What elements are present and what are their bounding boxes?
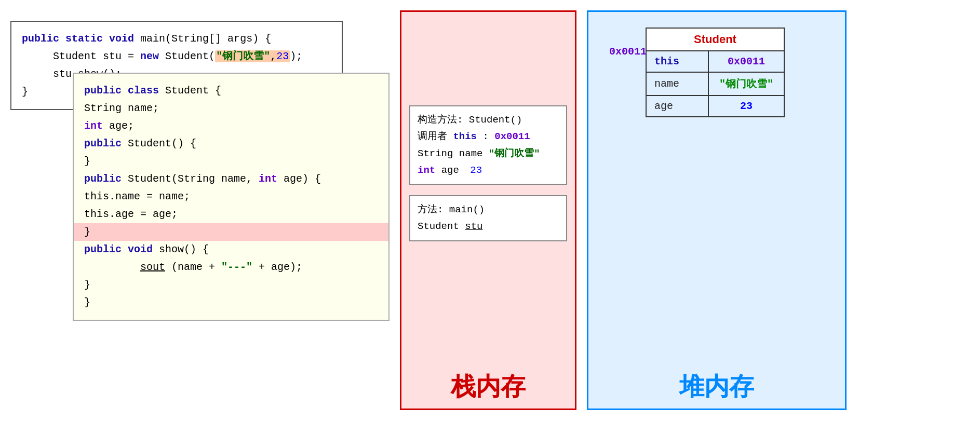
kw-public-ctor: public (84, 173, 122, 185)
comma: , (270, 50, 276, 62)
class-rest: Student { (165, 85, 221, 97)
class-code-box: public class Student { String name; int … (73, 73, 390, 321)
name-label: name (459, 148, 483, 159)
class-line-3: int age; (84, 117, 378, 135)
student-call: Student( (165, 50, 215, 62)
sout-end: + age); (259, 261, 302, 273)
class-line-10: public void show() { (84, 241, 378, 258)
heap-section: 0x0011 Student this 0x0011 name "钢门吹雪" (587, 10, 847, 410)
kw-int-field: int (84, 120, 103, 132)
heap-val-name: "钢门吹雪" (708, 72, 784, 96)
name-val: "钢门吹雪" (489, 148, 540, 159)
stu-var: stu = (103, 50, 140, 62)
this-name-assign: this.name = name; (84, 190, 190, 202)
frame1-name: String name "钢门吹雪" (418, 145, 559, 162)
this-age-assign: this.age = age; (84, 208, 178, 220)
kw-public: public (22, 33, 59, 45)
sout-call: sout (140, 261, 165, 273)
string-name: String name; (84, 102, 159, 114)
heap-table-header: Student (646, 28, 784, 51)
kw-int-param: int (259, 173, 277, 185)
student-type: Student (53, 50, 97, 62)
arg-name: "钢门吹雪" (216, 50, 270, 62)
stack-section: 构造方法: Student() 调用者 this : 0x0011 String… (400, 10, 576, 410)
class-close: } (84, 296, 90, 308)
ctor-end: age) { (284, 173, 321, 185)
frame2-title: 方法: main() (418, 201, 559, 218)
arg-age: 23 (276, 50, 289, 62)
code-section: public static void main(String[] args) {… (10, 21, 384, 110)
heap-key-this: this (646, 51, 708, 72)
age-field: age; (109, 120, 134, 132)
frame1-age: int age 23 (418, 162, 559, 179)
student-type-main: Student (418, 221, 459, 232)
class-line-6: public Student(String name, int age) { (84, 170, 378, 188)
kw-public-ctor0: public (84, 138, 122, 149)
heap-key-age: age (646, 96, 708, 117)
stack-frame-main: 方法: main() Student stu (409, 195, 567, 241)
code-line-2: Student stu = new Student("钢门吹雪",23); (22, 48, 331, 65)
frame1-title-text: 构造方法: Student() (418, 114, 522, 126)
stack-label: 栈内存 (451, 370, 526, 403)
class-line-13: } (84, 294, 378, 311)
heap-key-name: name (646, 72, 708, 96)
kw-public-show: public (84, 243, 122, 255)
heap-val-age: 23 (708, 96, 784, 117)
class-line-11: sout (name + "---" + age); (84, 258, 378, 276)
highlighted-row: } (74, 223, 388, 241)
code-line-1: public static void main(String[] args) { (22, 30, 331, 48)
class-line-4: public Student() { (84, 135, 378, 153)
class-line-12: } (84, 276, 378, 294)
class-line-7: this.name = name; (84, 188, 378, 206)
heap-label: 堆内存 (679, 370, 754, 403)
class-line-8: this.age = age; (84, 206, 378, 223)
ctor-rest: Student(String name, (128, 173, 259, 185)
kw-public-class: public (84, 85, 122, 97)
heap-row-age: age 23 (646, 96, 784, 117)
frame1-title: 构造方法: Student() (418, 112, 559, 128)
age-label: age (441, 165, 459, 176)
heap-addr: 0x0011 (609, 46, 647, 58)
heap-table-container: 0x0011 Student this 0x0011 name "钢门吹雪" (599, 28, 835, 117)
show-close: } (84, 279, 90, 291)
string-type: String (418, 148, 453, 159)
kw-static: static (65, 33, 103, 45)
string-literal: "---" (221, 261, 252, 273)
int-type: int (418, 165, 435, 176)
sout-rest: (name + (171, 261, 221, 273)
close-brace: } (22, 86, 28, 98)
ctor0-close: } (84, 155, 90, 167)
class-line-2: String name; (84, 100, 378, 117)
show-rest: show() { (159, 243, 209, 255)
this-val: 0x0011 (494, 131, 530, 142)
ctor-close: } (84, 226, 90, 238)
class-line-5: } (84, 153, 378, 170)
heap-val-this: 0x0011 (708, 51, 784, 72)
this-kw: this (453, 131, 477, 142)
caller-label: 调用者 (418, 131, 447, 142)
kw-new: new (140, 50, 159, 62)
main-sig: main(String[] args) { (140, 33, 271, 45)
heap-row-name: name "钢门吹雪" (646, 72, 784, 96)
kw-class: class (128, 85, 159, 97)
kw-void: void (109, 33, 134, 45)
main-container: public static void main(String[] args) {… (0, 0, 980, 422)
age-val: 23 (470, 165, 482, 176)
frame1-caller: 调用者 this : 0x0011 (418, 128, 559, 145)
frame2-title-text: 方法: main() (418, 204, 485, 215)
heap-table: Student this 0x0011 name "钢门吹雪" age 23 (646, 28, 785, 117)
line2-end: ); (290, 50, 302, 62)
kw-void-show: void (128, 243, 153, 255)
colon: : (482, 131, 494, 142)
ctor0-rest: Student() { (128, 138, 196, 149)
stu-var-main: stu (465, 221, 482, 232)
frame2-stu: Student stu (418, 218, 559, 235)
heap-row-this: this 0x0011 (646, 51, 784, 72)
stack-frame-constructor: 构造方法: Student() 调用者 this : 0x0011 String… (409, 105, 567, 185)
class-line-1: public class Student { (84, 82, 378, 100)
